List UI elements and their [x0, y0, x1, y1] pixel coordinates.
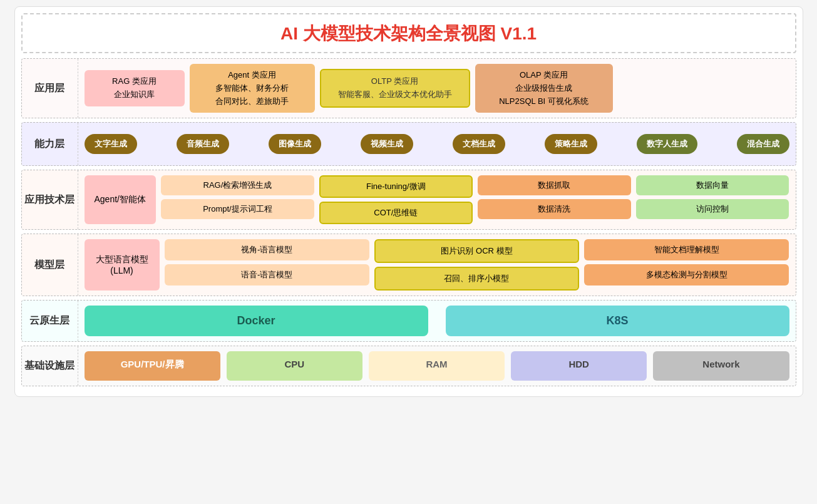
infra-ram: RAM: [369, 351, 505, 381]
app-olap-text: OLAP 类应用企业级报告生成NLP2SQL BI 可视化系统: [499, 70, 588, 106]
page-title: AI 大模型技术架构全景视图 V1.1: [280, 24, 537, 43]
app-olap-box: OLAP 类应用企业级报告生成NLP2SQL BI 可视化系统: [475, 64, 613, 113]
cap-strategy-gen: 策略生成: [545, 134, 597, 154]
apptech-col3: 数据抓取 数据清洗: [478, 175, 631, 224]
app-layer-row: 应用层 RAG 类应用企业知识库 Agent 类应用多智能体、财务分析合同对比、…: [21, 58, 796, 118]
cap-layer-row: 能力层 文字生成 音频生成 图像生成 视频生成 文档生成 策略生成 数字人生成 …: [21, 122, 796, 166]
main-container: AI 大模型技术架构全景视图 V1.1 应用层 RAG 类应用企业知识库 Age…: [14, 6, 803, 397]
cap-audio-gen: 音频生成: [177, 134, 229, 154]
infra-hdd: HDD: [511, 351, 647, 381]
cap-text-gen: 文字生成: [85, 134, 137, 154]
model-doc: 智能文档理解模型: [584, 239, 789, 260]
model-layer-label: 模型层: [22, 234, 78, 296]
app-agent-text: Agent 类应用多智能体、财务分析合同对比、差旅助手: [215, 70, 289, 106]
cloud-k8s-box: K8S: [446, 306, 789, 336]
at-finetune: Fine-tuning/微调: [319, 175, 473, 198]
infra-layer-row: 基础设施层 GPU/TPU/昇腾 CPU RAM HDD Network: [21, 346, 796, 386]
model-speech-lang: 语音-语言模型: [165, 264, 369, 285]
model-vision-lang: 视角-语言模型: [165, 239, 369, 260]
apptech-col2: Fine-tuning/微调 COT/思维链: [319, 175, 473, 224]
infra-network: Network: [653, 351, 789, 381]
at-datavec: 数据向量: [636, 175, 789, 195]
infra-gpu: GPU/TPU/昇腾: [85, 351, 220, 381]
model-inner: 视角-语言模型 语音-语言模型 图片识别 OCR 模型 召回、排序小模型 智能文…: [165, 239, 789, 291]
cloud-docker-box: Docker: [85, 306, 428, 336]
model-recall: 召回、排序小模型: [374, 267, 579, 291]
cloud-spacer: [433, 306, 441, 336]
model-layer-row: 模型层 大型语言模型(LLM) 视角-语言模型 语音-语言模型 图片识别 OCR…: [21, 234, 796, 296]
app-layer-content: RAG 类应用企业知识库 Agent 类应用多智能体、财务分析合同对比、差旅助手…: [78, 59, 796, 118]
model-layer-content: 大型语言模型(LLM) 视角-语言模型 语音-语言模型 图片识别 OCR 模型 …: [78, 234, 796, 296]
infra-cpu: CPU: [227, 351, 362, 381]
apptech-layer-content: Agent/智能体 RAG/检索增强生成 Prompt/提示词工程 Fine-t…: [78, 170, 796, 229]
at-dataclean: 数据清洗: [478, 199, 631, 219]
cloud-layer-label: 云原生层: [22, 301, 78, 341]
apptech-col4: 数据向量 访问控制: [636, 175, 789, 224]
infra-layer-label: 基础设施层: [22, 346, 78, 386]
cap-layer-label: 能力层: [22, 123, 78, 165]
app-oltp-box: OLTP 类应用智能客服、企业级文本优化助手: [320, 69, 470, 108]
at-datacrawl: 数据抓取: [478, 175, 631, 195]
app-oltp-text: OLTP 类应用智能客服、企业级文本优化助手: [338, 76, 452, 99]
infra-layer-content: GPU/TPU/昇腾 CPU RAM HDD Network: [78, 346, 796, 386]
model-multimodal: 多模态检测与分割模型: [584, 264, 789, 285]
model-llm-text: 大型语言模型(LLM): [96, 254, 148, 275]
app-agent-box: Agent 类应用多智能体、财务分析合同对比、差旅助手: [190, 64, 315, 113]
at-access: 访问控制: [636, 199, 789, 219]
cloud-layer-content: Docker K8S: [78, 301, 796, 341]
apptech-layer-row: 应用技术层 Agent/智能体 RAG/检索增强生成 Prompt/提示词工程 …: [21, 170, 796, 230]
app-rag-text: RAG 类应用企业知识库: [112, 76, 157, 99]
at-prompt: Prompt/提示词工程: [161, 199, 314, 219]
model-llm-box: 大型语言模型(LLM): [85, 239, 160, 291]
apptech-inner: RAG/检索增强生成 Prompt/提示词工程 Fine-tuning/微调 C…: [161, 175, 789, 224]
title-section: AI 大模型技术架构全景视图 V1.1: [21, 13, 796, 53]
at-cot: COT/思维链: [319, 202, 473, 224]
app-layer-label: 应用层: [22, 59, 78, 118]
apptech-col1: RAG/检索增强生成 Prompt/提示词工程: [161, 175, 314, 224]
model-col3: 智能文档理解模型 多模态检测与分割模型: [584, 239, 789, 291]
cap-image-gen: 图像生成: [269, 134, 321, 154]
model-col1: 视角-语言模型 语音-语言模型: [165, 239, 369, 291]
model-col2: 图片识别 OCR 模型 召回、排序小模型: [374, 239, 579, 291]
cloud-layer-row: 云原生层 Docker K8S: [21, 300, 796, 342]
cap-mixed-gen: 混合生成: [737, 134, 789, 154]
cap-layer-content: 文字生成 音频生成 图像生成 视频生成 文档生成 策略生成 数字人生成 混合生成: [78, 123, 796, 165]
cap-video-gen: 视频生成: [361, 134, 413, 154]
apptech-layer-label: 应用技术层: [22, 170, 78, 229]
model-ocr: 图片识别 OCR 模型: [374, 239, 579, 263]
at-rag: RAG/检索增强生成: [161, 175, 314, 195]
cap-digital-gen: 数字人生成: [637, 134, 697, 154]
apptech-agent-box: Agent/智能体: [85, 175, 156, 224]
app-rag-box: RAG 类应用企业知识库: [85, 70, 185, 106]
cap-doc-gen: 文档生成: [453, 134, 505, 154]
